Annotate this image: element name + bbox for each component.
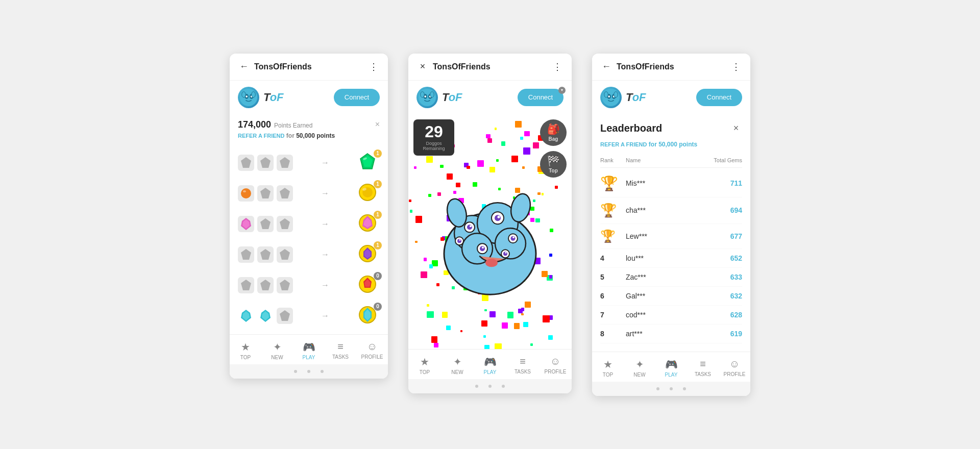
nav-play[interactable]: 🎮 PLAY	[293, 339, 325, 362]
gem-row-2: → 1	[238, 179, 380, 208]
profile-icon-2: ☺	[550, 356, 560, 367]
nav3-new-label: NEW	[633, 372, 645, 378]
nav-play-label: PLAY	[303, 355, 315, 360]
nav2-new-label: NEW	[451, 369, 463, 375]
countdown-number: 29	[420, 123, 448, 140]
nav3-top[interactable]: ★ TOP	[592, 356, 624, 380]
logo-bar: ToF Connect	[230, 81, 388, 114]
gem-slot-3c	[277, 216, 293, 232]
nav2-profile[interactable]: ☺ PROFILE	[539, 354, 572, 377]
menu-button-3[interactable]: ⋮	[730, 61, 742, 73]
nav2-play[interactable]: 🎮 PLAY	[474, 354, 506, 377]
gem-row-3: → 1	[238, 210, 380, 238]
confetti-pixel	[410, 210, 412, 212]
svg-point-64	[498, 215, 500, 218]
confetti-pixel	[521, 308, 524, 311]
doggo-character	[431, 167, 549, 302]
lb-row-4: 4 lou*** 652	[600, 249, 742, 268]
lb-name-6: Gal***	[626, 292, 706, 300]
gem-slot-6a	[238, 308, 254, 324]
screen1-header: ← TonsOfFriends ⋮	[230, 54, 388, 81]
confetti-pixel	[533, 142, 539, 148]
nav-tasks[interactable]: ≡ TASKS	[325, 339, 356, 362]
lb-row-1: 🏆 Mis*** 711	[600, 170, 742, 197]
top-label: Top	[549, 168, 558, 173]
nav-top[interactable]: ★ TOP	[230, 339, 261, 362]
connect-button[interactable]: Connect	[334, 89, 380, 106]
tasks-icon: ≡	[337, 341, 344, 353]
nav-new[interactable]: ✦ NEW	[261, 339, 293, 362]
sys-dot-4	[475, 385, 478, 388]
gem-badge-2: 1	[374, 180, 382, 188]
screen2-header: × TonsOfFriends ⋮	[408, 54, 572, 81]
nav2-top-label: TOP	[420, 369, 430, 375]
confetti-pixel	[530, 343, 533, 346]
top-button[interactable]: 🏁 Top	[540, 151, 567, 178]
svg-point-61	[470, 225, 472, 227]
lb-row-7: 7 cod*** 628	[600, 306, 742, 325]
header-left-2: × TonsOfFriends	[416, 61, 491, 73]
gem-slot-1a	[238, 155, 254, 171]
nav3-profile[interactable]: ☺ PROFILE	[719, 356, 750, 380]
nav3-new[interactable]: ✦ NEW	[624, 356, 655, 380]
gem-slot-5b	[257, 277, 274, 293]
lb-row-8: 8 art*** 619	[600, 325, 742, 343]
nav2-profile-label: PROFILE	[545, 369, 567, 375]
gem-result-3: 1	[357, 213, 380, 235]
nav2-new[interactable]: ✦ NEW	[441, 354, 474, 377]
profile-icon-3: ☺	[729, 358, 740, 370]
screen2-bottom-nav: ★ TOP ✦ NEW 🎮 PLAY ≡ TASKS ☺ PROFILE	[408, 349, 572, 379]
lb-gems-4: 652	[706, 254, 742, 262]
svg-point-3	[246, 95, 248, 97]
logo-bar-3: ToF Connect	[592, 81, 750, 114]
logo-text-2: ToF	[442, 91, 462, 104]
nav3-play[interactable]: 🎮 PLAY	[655, 356, 687, 380]
nav3-top-label: TOP	[603, 372, 613, 378]
menu-button[interactable]: ⋮	[368, 61, 380, 73]
system-bar-3	[592, 382, 750, 396]
confetti-pixel	[549, 254, 552, 257]
svg-point-57	[495, 228, 526, 259]
bag-button[interactable]: 🎒 Bag	[540, 119, 567, 146]
connect-button-2[interactable]: Connect ▾	[518, 89, 564, 106]
close-button[interactable]: ×	[416, 61, 429, 73]
menu-button-2[interactable]: ⋮	[551, 61, 564, 73]
gem-row-4: → 1	[238, 240, 380, 269]
svg-point-63	[495, 215, 501, 221]
nav2-tasks[interactable]: ≡ TASKS	[506, 354, 539, 377]
app-logo-icon-2	[416, 87, 438, 108]
svg-point-52	[421, 91, 425, 97]
close-banner-button[interactable]: ×	[375, 120, 380, 129]
lb-gems-2: 694	[706, 206, 742, 214]
gem-result-2: 1	[357, 182, 380, 205]
gem-slot-3b	[257, 216, 274, 232]
gamepad-icon-3: 🎮	[665, 358, 678, 370]
app-logo-icon-3	[600, 87, 622, 108]
confetti-pixel	[548, 335, 553, 340]
nav-profile[interactable]: ☺ PROFILE	[356, 339, 388, 362]
connect-button-3[interactable]: Connect	[696, 89, 742, 106]
confetti-pixel	[523, 147, 530, 155]
svg-marker-28	[260, 249, 271, 260]
gem-slot-2a	[238, 185, 254, 202]
confetti-pixel	[477, 160, 484, 167]
back-button-3[interactable]: ←	[600, 61, 612, 73]
lb-gems-1: 711	[706, 179, 742, 187]
lb-row-2: 🏆 cha*** 694	[600, 197, 742, 224]
svg-point-70	[482, 246, 484, 248]
sys-dot-5	[488, 385, 492, 388]
lb-close-button[interactable]: ×	[730, 122, 742, 135]
svg-marker-34	[260, 280, 271, 290]
leaderboard-panel: Leaderboard × REFER A FRIEND for 50,000 …	[592, 114, 750, 352]
points-label: Points Earned	[274, 122, 312, 129]
sys-dot-1	[294, 370, 297, 373]
confetti-pixel	[427, 304, 429, 307]
dropdown-arrow: ▾	[558, 87, 566, 94]
svg-point-73	[459, 239, 461, 240]
nav2-top[interactable]: ★ TOP	[408, 354, 441, 377]
nav3-tasks[interactable]: ≡ TASKS	[687, 356, 719, 380]
confetti-pixel	[523, 322, 528, 327]
game-area[interactable]: 29 Doggos Remaining 🎒 Bag 🏁 Top	[408, 114, 572, 349]
back-button[interactable]: ←	[238, 61, 250, 73]
confetti-pixel	[415, 241, 418, 243]
